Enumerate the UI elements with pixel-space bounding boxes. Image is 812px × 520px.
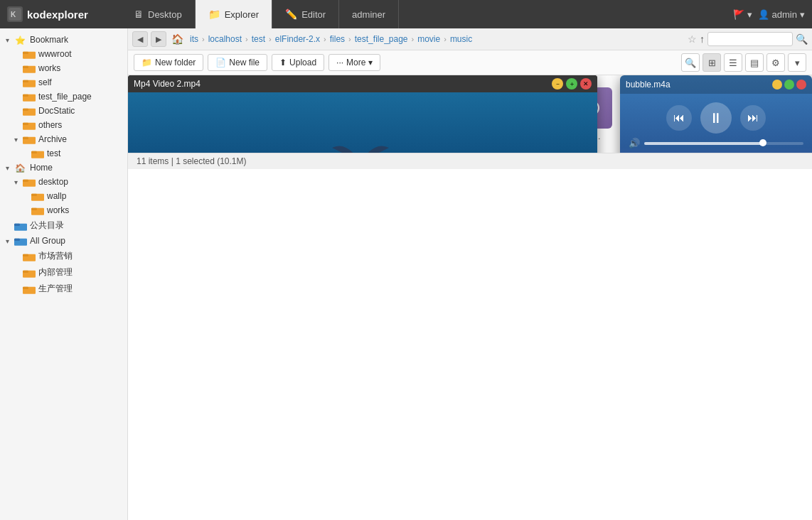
path-test[interactable]: test: [250, 33, 267, 45]
svg-text:🏠: 🏠: [15, 163, 26, 173]
path-back-button[interactable]: ◀: [132, 31, 148, 47]
video-minimize-button[interactable]: －: [552, 78, 563, 90]
svg-rect-14: [23, 123, 28, 125]
svg-rect-23: [31, 194, 37, 196]
music-next-button[interactable]: ⏭: [740, 105, 766, 131]
sidebar-internal-label: 内部管理: [38, 266, 122, 278]
tab-editor-label: Editor: [301, 9, 326, 20]
upload-button[interactable]: ⬆ Upload: [272, 54, 324, 71]
path-right: ☆ ↑: [688, 33, 705, 45]
more-arrow: ▾: [368, 58, 373, 67]
sidebar-item-works2[interactable]: works: [0, 203, 127, 217]
path-music[interactable]: music: [448, 33, 474, 45]
sidebar-item-marketing[interactable]: 市场营销: [0, 248, 127, 264]
svg-rect-29: [14, 239, 20, 241]
sidebar-item-others[interactable]: others: [0, 118, 127, 132]
search-button[interactable]: 🔍: [796, 33, 808, 45]
sidebar-item-internal[interactable]: 内部管理: [0, 264, 127, 281]
path-up-button[interactable]: ↑: [700, 33, 705, 45]
new-file-button[interactable]: 📄 New file: [208, 54, 267, 71]
tab-explorer[interactable]: 📁 Explorer: [196, 0, 272, 28]
sidebar-item-wallp[interactable]: wallp: [0, 189, 127, 203]
more-button[interactable]: ··· More ▾: [328, 54, 380, 71]
tab-editor[interactable]: ✏️ Editor: [272, 0, 339, 28]
sidebar-test-label: test: [47, 148, 122, 158]
music-volume-icon: 🔊: [629, 138, 640, 148]
svg-rect-25: [31, 208, 37, 210]
path-localhost[interactable]: localhost: [206, 33, 244, 45]
path-files[interactable]: files: [328, 33, 347, 45]
sidebar: ▾ ⭐ Bookmark wwwroot works self test_fil…: [0, 28, 128, 520]
sidebar-item-desktop[interactable]: ▾ desktop: [0, 175, 127, 189]
statusbar: 11 items | 1 selected (10.1M): [128, 153, 812, 169]
folder-icon-wwwroot: [23, 49, 36, 59]
svg-text:⭐: ⭐: [15, 35, 26, 45]
search-input[interactable]: [707, 32, 793, 46]
path-testfilepage[interactable]: test_file_page: [353, 33, 410, 45]
video-titlebar: Mp4 Video 2.mp4 － ＋ ✕: [128, 75, 597, 92]
music-maximize-button[interactable]: [784, 80, 794, 90]
music-time-row: 00:11 03:29: [620, 151, 812, 153]
sidebar-works2-label: works: [47, 205, 122, 215]
file-area: Anthem Ligh bubble.m4a: [128, 75, 812, 153]
sidebar-item-test[interactable]: test: [0, 146, 127, 161]
view-detail-button[interactable]: ▤: [745, 53, 764, 72]
star-icon: ⭐: [14, 35, 27, 45]
path-its[interactable]: its: [188, 33, 201, 45]
path-home-button[interactable]: 🏠: [169, 31, 185, 47]
video-close-button[interactable]: ✕: [580, 78, 592, 90]
view-settings-button[interactable]: ▾: [788, 53, 806, 72]
tab-desktop[interactable]: 🖥 Desktop: [121, 0, 196, 28]
folder-icon-archive: [23, 134, 36, 144]
sidebar-item-self[interactable]: self: [0, 75, 127, 90]
music-minimize-button[interactable]: [772, 80, 782, 90]
svg-rect-33: [23, 270, 28, 272]
path-favorite-button[interactable]: ☆: [688, 33, 697, 45]
view-more-button[interactable]: ⚙: [766, 53, 785, 72]
admin-label: admin: [772, 9, 797, 20]
sidebar-item-allgroup[interactable]: ▾ All Group: [0, 234, 127, 248]
sidebar-item-production[interactable]: 生产管理: [0, 281, 127, 297]
video-maximize-button[interactable]: ＋: [566, 78, 577, 90]
logo[interactable]: K kodexplorer: [7, 6, 121, 22]
path-elfinder[interactable]: elFinder-2.x: [273, 33, 322, 45]
sidebar-item-bookmark[interactable]: ▾ ⭐ Bookmark: [0, 33, 127, 47]
sidebar-bookmark-label: Bookmark: [30, 35, 122, 45]
sidebar-item-docstatic[interactable]: DocStatic: [0, 104, 127, 118]
sidebar-item-home[interactable]: ▾ 🏠 Home: [0, 161, 127, 175]
admin-button[interactable]: 👤 admin ▾: [758, 9, 805, 20]
sidebar-item-works[interactable]: works: [0, 61, 127, 75]
svg-rect-12: [23, 109, 28, 111]
upload-label: Upload: [289, 58, 316, 67]
desktop-icon: 🖥: [134, 9, 144, 20]
folder-icon-others: [23, 120, 36, 130]
music-volume-bar[interactable]: [644, 142, 803, 145]
view-list-button[interactable]: ☰: [724, 53, 742, 72]
folder-icon-internal: [23, 268, 36, 278]
path-forward-button[interactable]: ▶: [151, 31, 166, 47]
topbar: K kodexplorer 🖥 Desktop 📁 Explorer ✏️ Ed…: [0, 0, 812, 28]
folder-icon-works: [23, 63, 36, 73]
sidebar-others-label: others: [38, 120, 122, 130]
sidebar-item-test-file-page[interactable]: test_file_page: [0, 90, 127, 104]
folder-icon-test: [31, 148, 44, 158]
sidebar-item-public[interactable]: 公共目录: [0, 217, 127, 234]
flag-button[interactable]: 🚩 ▾: [733, 9, 752, 20]
new-folder-button[interactable]: 📁 New folder: [134, 54, 203, 71]
music-close-button[interactable]: [796, 80, 806, 90]
view-grid-button[interactable]: ⊞: [703, 53, 721, 72]
video-player: Mp4 Video 2.mp4 － ＋ ✕ 亿码: [128, 75, 597, 153]
folder-icon-allgroup: [14, 236, 27, 246]
tab-adminer[interactable]: adminer: [339, 0, 399, 28]
path-movie[interactable]: movie: [415, 33, 442, 45]
sidebar-item-wwwroot[interactable]: wwwroot: [0, 47, 127, 61]
music-play-button[interactable]: ⏸: [700, 102, 732, 134]
folder-icon-public: [14, 221, 27, 231]
sidebar-item-archive[interactable]: ▾ Archive: [0, 132, 127, 146]
music-player-title: bubble.m4a: [626, 80, 770, 90]
pathbar: ◀ ▶ 🏠 its › localhost › test › elFinder-…: [128, 28, 812, 50]
music-prev-button[interactable]: ⏮: [666, 105, 692, 131]
search-small-button[interactable]: 🔍: [681, 53, 700, 72]
folder-icon-wallp: [31, 191, 44, 201]
nav-tabs: 🖥 Desktop 📁 Explorer ✏️ Editor adminer: [121, 0, 399, 28]
